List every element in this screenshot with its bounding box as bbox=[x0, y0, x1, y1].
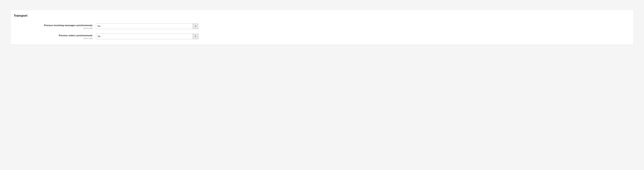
process-orders-select[interactable]: No bbox=[96, 34, 198, 39]
field-label-wrap: Process incoming messages synchronously … bbox=[14, 23, 96, 30]
field-process-orders: Process orders synchronously [store view… bbox=[14, 34, 630, 40]
process-incoming-messages-select[interactable]: No bbox=[96, 23, 198, 29]
field-process-incoming-messages: Process incoming messages synchronously … bbox=[14, 23, 630, 30]
select-wrap: No bbox=[96, 23, 198, 29]
field-scope: [store view] bbox=[14, 37, 92, 40]
field-label-wrap: Process orders synchronously [store view… bbox=[14, 34, 96, 40]
transport-section: Transport Process incoming messages sync… bbox=[11, 10, 633, 44]
field-control: No bbox=[96, 23, 198, 29]
select-wrap: No bbox=[96, 34, 198, 39]
field-control: No bbox=[96, 34, 198, 39]
section-title: Transport bbox=[14, 14, 630, 18]
field-label: Process incoming messages synchronously bbox=[14, 24, 92, 27]
field-scope: [store view] bbox=[14, 27, 92, 30]
field-label: Process orders synchronously bbox=[14, 34, 92, 37]
